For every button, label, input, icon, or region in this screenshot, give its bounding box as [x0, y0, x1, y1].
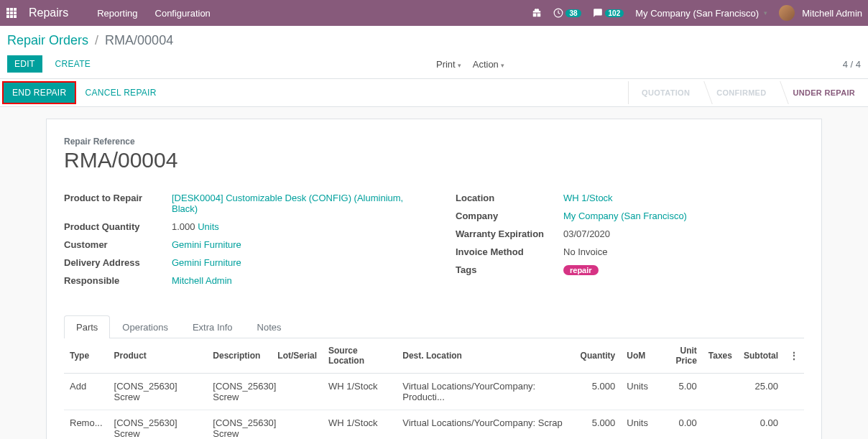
action-dropdown[interactable]: Action▾ [473, 59, 504, 70]
product-quantity-label: Product Quantity [64, 221, 172, 232]
table-row[interactable]: Remo... [CONS_25630] Screw [CONS_25630] … [64, 410, 804, 440]
end-repair-button[interactable]: END REPAIR [2, 81, 76, 104]
cell-price: 5.00 [654, 374, 703, 410]
cell-lot [272, 374, 323, 410]
cell-subtotal: 25.00 [738, 374, 784, 410]
cell-lot [272, 410, 323, 440]
menu-reporting[interactable]: Reporting [97, 8, 137, 19]
repair-reference-value: RMA/00004 [64, 148, 804, 172]
location-label: Location [456, 193, 563, 203]
repair-reference-label: Repair Reference [64, 137, 804, 147]
tab-notes[interactable]: Notes [245, 315, 294, 338]
table-header-row: Type Product Description Lot/Serial Sour… [64, 338, 804, 374]
tab-operations[interactable]: Operations [110, 315, 180, 338]
col-source[interactable]: Source Location [323, 338, 397, 374]
product-to-repair-value[interactable]: [DESK0004] Customizable Desk (CONFIG) (A… [172, 193, 412, 214]
stage-quotation[interactable]: QUOTATION [628, 81, 703, 104]
product-quantity-value: 1.000 Units [172, 221, 219, 232]
cell-product: [CONS_25630] Screw [108, 410, 208, 440]
table-row[interactable]: Add [CONS_25630] Screw [CONS_25630] Scre… [64, 374, 804, 410]
product-to-repair-label: Product to Repair [64, 193, 172, 203]
cell-description: [CONS_25630] Screw [207, 374, 272, 410]
chevron-down-icon: ▾ [458, 62, 461, 69]
activity-badge: 38 [565, 9, 581, 17]
messages-icon[interactable]: 102 [593, 8, 624, 18]
uom-link[interactable]: Units [198, 221, 219, 232]
cell-dest: Virtual Locations/YourCompany: Scrap [397, 410, 574, 440]
cell-taxes [703, 410, 738, 440]
responsible-label: Responsible [64, 275, 172, 286]
cell-qty: 5.000 [575, 374, 622, 410]
company-value[interactable]: My Company (San Francisco) [563, 211, 687, 221]
stage-confirmed[interactable]: CONFIRMED [703, 81, 779, 104]
col-description[interactable]: Description [207, 338, 272, 374]
col-dest[interactable]: Dest. Location [397, 338, 574, 374]
col-type[interactable]: Type [64, 338, 108, 374]
warranty-value: 03/07/2020 [563, 228, 610, 239]
cell-dest: Virtual Locations/YourCompany: Producti.… [397, 374, 574, 410]
activity-icon[interactable]: 38 [553, 8, 581, 18]
edit-button[interactable]: EDIT [7, 55, 42, 73]
menu-configuration[interactable]: Configuration [155, 8, 211, 19]
pager[interactable]: 4 / 4 [843, 59, 861, 70]
avatar [779, 5, 795, 21]
col-more-icon[interactable]: ⋮ [784, 338, 804, 374]
apps-icon[interactable] [6, 7, 17, 19]
cell-description: [CONS_25630] Screw [207, 410, 272, 440]
notebook-tabs: Parts Operations Extra Info Notes [64, 315, 804, 338]
company-label: Company [456, 211, 563, 221]
company-switcher[interactable]: My Company (San Francisco) ▾ [635, 8, 767, 19]
breadcrumb-root[interactable]: Repair Orders [7, 33, 88, 47]
tags-label: Tags [456, 264, 563, 275]
tag-repair[interactable]: repair [563, 265, 599, 275]
breadcrumb-current: RMA/00004 [105, 33, 173, 47]
col-unit-price[interactable]: Unit Price [654, 338, 703, 374]
print-dropdown[interactable]: Print▾ [436, 59, 461, 70]
col-subtotal[interactable]: Subtotal [738, 338, 784, 374]
warranty-label: Warranty Expiration [456, 228, 563, 239]
cell-subtotal: 0.00 [738, 410, 784, 440]
customer-value[interactable]: Gemini Furniture [172, 239, 241, 250]
invoice-method-label: Invoice Method [456, 246, 563, 257]
breadcrumb-separator: / [95, 33, 98, 47]
top-navigation: Repairs Reporting Configuration 38 102 M… [0, 0, 868, 26]
delivery-address-value[interactable]: Gemini Furniture [172, 257, 241, 268]
form-sheet: Repair Reference RMA/00004 Product to Re… [46, 119, 822, 439]
customer-label: Customer [64, 239, 172, 250]
invoice-method-value: No Invoice [563, 246, 607, 257]
chevron-down-icon: ▾ [501, 62, 504, 69]
cell-source: WH 1/Stock [323, 374, 397, 410]
parts-table: Type Product Description Lot/Serial Sour… [64, 338, 804, 439]
stage-under-repair[interactable]: UNDER REPAIR [779, 81, 868, 104]
cell-type: Remo... [64, 410, 108, 440]
cancel-repair-button[interactable]: CANCEL REPAIR [76, 79, 165, 106]
messages-badge: 102 [605, 9, 624, 17]
col-qty[interactable]: Quantity [575, 338, 622, 374]
tab-parts[interactable]: Parts [64, 315, 110, 338]
cell-uom: Units [621, 374, 654, 410]
cell-qty: 5.000 [575, 410, 622, 440]
user-menu[interactable]: Mitchell Admin [779, 5, 862, 21]
breadcrumb: Repair Orders / RMA/00004 [7, 33, 861, 48]
cell-price: 0.00 [654, 410, 703, 440]
app-title: Repairs [29, 6, 68, 19]
status-bar: END REPAIR CANCEL REPAIR QUOTATION CONFI… [0, 78, 868, 107]
chevron-down-icon: ▾ [764, 9, 767, 17]
top-menu: Reporting Configuration [97, 8, 532, 19]
cell-uom: Units [621, 410, 654, 440]
responsible-value[interactable]: Mitchell Admin [172, 275, 232, 286]
cell-taxes [703, 374, 738, 410]
cell-source: WH 1/Stock [323, 410, 397, 440]
tab-extra-info[interactable]: Extra Info [180, 315, 245, 338]
company-name: My Company (San Francisco) [635, 8, 759, 19]
gift-icon[interactable] [532, 8, 542, 18]
user-name: Mitchell Admin [802, 8, 862, 19]
col-uom[interactable]: UoM [621, 338, 654, 374]
create-button[interactable]: CREATE [48, 55, 98, 73]
location-value[interactable]: WH 1/Stock [563, 193, 613, 203]
status-stages: QUOTATION CONFIRMED UNDER REPAIR [628, 81, 868, 104]
cell-type: Add [64, 374, 108, 410]
col-lot[interactable]: Lot/Serial [272, 338, 323, 374]
col-product[interactable]: Product [108, 338, 208, 374]
col-taxes[interactable]: Taxes [703, 338, 738, 374]
